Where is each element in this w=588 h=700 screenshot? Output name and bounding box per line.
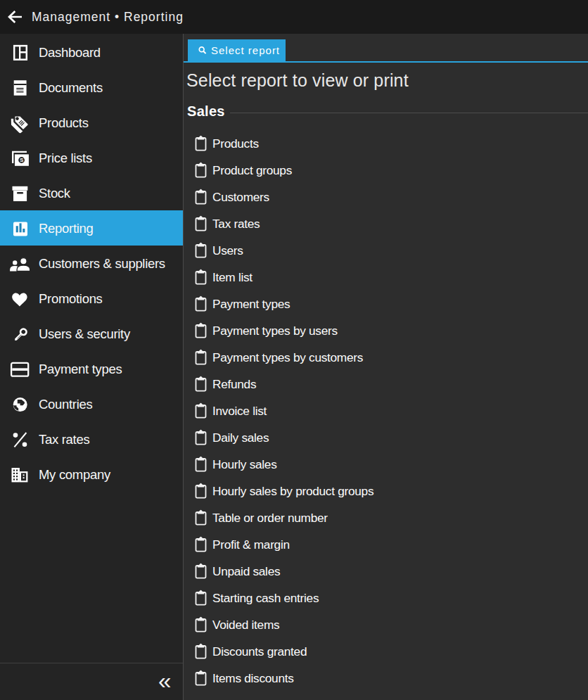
svg-text:S: S bbox=[20, 157, 23, 163]
